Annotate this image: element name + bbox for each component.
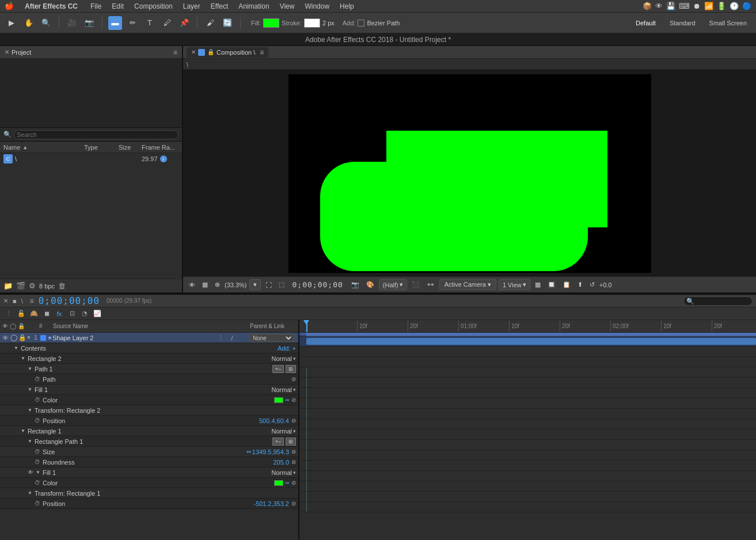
posr2-stopwatch[interactable]: ⏱: [35, 417, 40, 424]
layer-row-1[interactable]: 👁 ◯ 🔒 ▼ 1 ★ Shape Layer 2 ⋮ /: [0, 333, 298, 343]
colorr1-keyframe[interactable]: ⊘: [291, 480, 296, 486]
colorr2-keyframe[interactable]: ⊘: [291, 397, 296, 403]
project-search-input[interactable]: [14, 130, 178, 139]
tl-lock-btn[interactable]: 🔓: [16, 309, 26, 319]
menu-file[interactable]: File: [86, 2, 105, 11]
bezier-tool[interactable]: 🖊: [160, 16, 174, 30]
fill1r1-eye[interactable]: 👁: [28, 469, 33, 476]
colorr2-swatch[interactable]: [274, 397, 283, 403]
posr1-value[interactable]: -501.2,353.2: [253, 500, 289, 507]
comp-region-toggle[interactable]: ⬚: [276, 280, 287, 290]
rectpath1-triangle[interactable]: ▼: [28, 439, 32, 444]
size-value[interactable]: 1349.5,954.3: [252, 448, 289, 455]
clock-icon[interactable]: 🕐: [730, 2, 739, 10]
layer1-triangle[interactable]: ▼: [26, 335, 31, 340]
rectpath1-btn1[interactable]: +–: [272, 438, 284, 446]
comp-view-layout[interactable]: ▦: [533, 280, 543, 290]
menu-edit[interactable]: Edit: [108, 2, 128, 11]
clone-tool[interactable]: 🔄: [221, 16, 234, 30]
battery-icon[interactable]: 🔋: [717, 2, 726, 10]
colorr2-stopwatch[interactable]: ⏱: [35, 397, 40, 403]
comp-snapshot[interactable]: 📷: [349, 280, 362, 290]
colorr1-swatch[interactable]: [274, 480, 283, 486]
rectpath1-btn2[interactable]: ⊞: [286, 438, 296, 446]
comp-camera-dropdown[interactable]: Active Camera ▾: [439, 279, 496, 290]
path1-triangle[interactable]: ▼: [28, 366, 32, 371]
wifi-icon[interactable]: 📶: [704, 2, 713, 10]
layer1-solo[interactable]: ◯: [10, 334, 18, 341]
size-stopwatch[interactable]: ⏱: [35, 448, 40, 455]
colorr1-stopwatch[interactable]: ⏱: [35, 480, 40, 486]
project-panel-menu-icon[interactable]: ≡: [173, 48, 177, 56]
fill1r2-triangle[interactable]: ▼: [28, 387, 32, 392]
path-stopwatch[interactable]: ⏱: [35, 376, 40, 382]
menu-effect[interactable]: Effect: [207, 2, 232, 11]
transformr1-triangle[interactable]: ▼: [28, 490, 32, 496]
layer1-switch-1[interactable]: ⋮: [215, 333, 226, 343]
contents-add[interactable]: Add: +: [278, 345, 296, 352]
comp-preview-rotate[interactable]: ↺: [587, 280, 597, 290]
text-tool[interactable]: T: [143, 16, 157, 30]
comp-grid-toggle[interactable]: ▦: [200, 280, 210, 290]
rectangle-tool[interactable]: ▬: [108, 16, 122, 30]
posr2-value[interactable]: 500.4,60.4: [259, 417, 289, 424]
rect1-triangle[interactable]: ▼: [21, 428, 25, 433]
timeline-close[interactable]: ✕: [3, 298, 8, 304]
menu-layer[interactable]: Layer: [179, 2, 204, 11]
menu-animation[interactable]: Animation: [234, 2, 273, 11]
workspace-small-screen[interactable]: Small Screen: [705, 18, 751, 28]
menu-view[interactable]: View: [276, 2, 299, 11]
comp-tab[interactable]: ✕ 🔒 Composition \ ≡: [187, 47, 268, 58]
bluetooth-icon[interactable]: 🔵: [742, 2, 751, 10]
comp-3d-toggle[interactable]: ⬛: [409, 280, 422, 290]
workspace-standard[interactable]: Standard: [665, 18, 700, 28]
selection-tool[interactable]: ▶: [5, 16, 18, 30]
rect2-dropdown[interactable]: ▾: [293, 356, 296, 362]
fill-color-swatch[interactable]: [263, 18, 279, 28]
size-link-icon[interactable]: ⇔: [246, 448, 251, 455]
tl-fx-btn[interactable]: fx: [54, 309, 64, 319]
comp-color-toggle[interactable]: 🎨: [364, 280, 377, 290]
tl-shy-btn[interactable]: 🙈: [29, 309, 39, 319]
camera-rotate-tool[interactable]: 🎥: [65, 16, 79, 30]
path1-link-btn[interactable]: ⊞: [286, 365, 296, 373]
new-folder-icon[interactable]: 📁: [3, 282, 13, 290]
layer1-mode-select[interactable]: None: [250, 334, 294, 342]
stroke-color-swatch[interactable]: [304, 18, 320, 28]
layer1-switch-2[interactable]: /: [227, 333, 237, 343]
layer1-expand[interactable]: ▼: [26, 335, 31, 340]
camera-icon[interactable]: 👁: [655, 2, 663, 10]
pen-tool[interactable]: ✏: [126, 16, 139, 30]
storage-icon[interactable]: 💾: [666, 2, 675, 10]
path-keyframe[interactable]: ⊘: [291, 376, 296, 382]
posr1-stopwatch[interactable]: ⏱: [35, 500, 40, 507]
rect2-triangle[interactable]: ▼: [21, 356, 25, 361]
comp-render-queue[interactable]: 📋: [560, 280, 573, 290]
comp-tab-close[interactable]: ✕: [191, 49, 196, 55]
roundness-value[interactable]: 205.0: [273, 459, 289, 466]
menu-composition[interactable]: Composition: [130, 2, 177, 11]
zoom-tool[interactable]: 🔍: [39, 16, 53, 30]
fill1r1-dropdown[interactable]: ▾: [293, 470, 296, 476]
roundness-stopwatch[interactable]: ⏱: [35, 459, 40, 465]
menu-window[interactable]: Window: [301, 2, 333, 11]
comp-quality-dropdown[interactable]: (Half) ▾: [379, 279, 407, 290]
comp-mask-toggle[interactable]: ⊕: [212, 280, 222, 290]
project-panel-close[interactable]: ✕: [5, 49, 9, 55]
hand-tool[interactable]: ✋: [22, 16, 36, 30]
fill1r2-dropdown[interactable]: ▾: [293, 387, 296, 393]
contents-triangle[interactable]: ▼: [14, 345, 18, 351]
roundness-keyframe[interactable]: ⊘: [291, 459, 296, 465]
camera-track-tool[interactable]: 📷: [82, 16, 96, 30]
size-keyframe[interactable]: ⊘: [291, 448, 296, 455]
project-file-row[interactable]: C \ 29.97 i: [0, 153, 182, 165]
playhead[interactable]: [306, 320, 307, 332]
record-icon[interactable]: ⏺: [693, 2, 701, 10]
delete-icon[interactable]: 🗑: [58, 282, 66, 290]
timeline-search-input[interactable]: [683, 296, 753, 306]
layer1-eye[interactable]: 👁: [2, 334, 10, 341]
workspace-default[interactable]: Default: [631, 18, 660, 28]
colorr2-link[interactable]: ⇒: [284, 397, 289, 403]
posr1-keyframe[interactable]: ⊘: [291, 500, 296, 507]
stroke-size-value[interactable]: 2 px: [322, 20, 335, 26]
